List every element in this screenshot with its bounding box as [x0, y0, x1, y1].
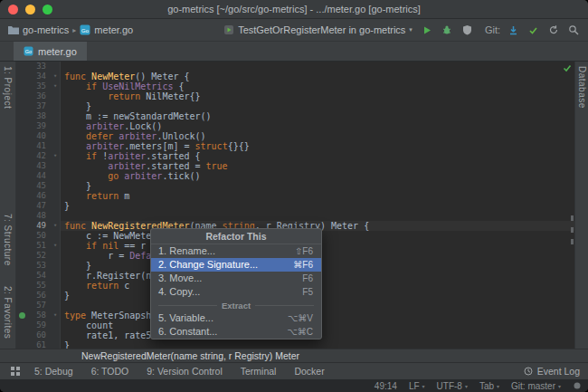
- line-number[interactable]: 53: [16, 261, 51, 271]
- code-text[interactable]: [61, 211, 574, 221]
- inspections-ok-icon[interactable]: [563, 63, 572, 74]
- line-number[interactable]: 41: [16, 141, 51, 151]
- line-number[interactable]: 37: [16, 101, 51, 111]
- code-text[interactable]: return NilMeter{}: [61, 91, 574, 101]
- implementation-marker-icon[interactable]: [19, 312, 25, 319]
- code-line[interactable]: 61}: [16, 340, 574, 349]
- line-number[interactable]: 61: [16, 340, 51, 349]
- line-number[interactable]: 52: [16, 251, 51, 261]
- line-number[interactable]: 55: [16, 281, 51, 291]
- line-number[interactable]: 54: [16, 271, 51, 281]
- code-line[interactable]: 38 m := newStandardMeter(): [16, 111, 574, 121]
- coverage-button[interactable]: [460, 24, 474, 37]
- code-line[interactable]: 33: [16, 62, 574, 72]
- debug-button[interactable]: [441, 24, 454, 37]
- code-line[interactable]: 45 }: [16, 181, 574, 191]
- git-commit-button[interactable]: [526, 24, 540, 37]
- code-text[interactable]: }: [61, 101, 574, 111]
- code-text[interactable]: func NewMeter() Meter {: [61, 72, 574, 81]
- line-number[interactable]: 48: [16, 211, 51, 221]
- close-window-button[interactable]: [8, 5, 18, 14]
- code-line[interactable]: 36 return NilMeter{}: [16, 91, 574, 101]
- line-number[interactable]: 57: [16, 301, 51, 311]
- code-line[interactable]: 42▾ if !arbiter.started {: [16, 151, 574, 161]
- code-line[interactable]: 43 arbiter.started = true: [16, 161, 574, 171]
- line-number[interactable]: 59: [16, 320, 51, 330]
- line-number[interactable]: 42: [16, 151, 51, 161]
- line-number[interactable]: 44: [16, 171, 51, 181]
- code-line[interactable]: 44 go arbiter.tick(): [16, 171, 574, 181]
- git-update-button[interactable]: [507, 24, 520, 37]
- line-number[interactable]: 34: [16, 72, 51, 81]
- code-text[interactable]: if !arbiter.started {: [61, 151, 574, 161]
- code-line[interactable]: 46 return m: [16, 191, 574, 201]
- line-number[interactable]: 58: [16, 311, 51, 320]
- line-number[interactable]: 50: [16, 231, 51, 241]
- code-text[interactable]: m := newStandardMeter(): [61, 111, 574, 121]
- code-text[interactable]: go arbiter.tick(): [61, 171, 574, 181]
- code-text[interactable]: arbiter.started = true: [61, 161, 574, 171]
- refactor-menu-item[interactable]: 1. Rename...⇧F6: [151, 244, 321, 258]
- refactor-menu-item[interactable]: 4. Copy...F5: [151, 285, 321, 299]
- line-number[interactable]: 47: [16, 201, 51, 211]
- rollback-button[interactable]: [546, 24, 560, 37]
- tool-window-button[interactable]: 2: Favorites: [3, 286, 13, 339]
- fold-marker[interactable]: ▾: [51, 241, 61, 251]
- code-line[interactable]: 37 }: [16, 101, 574, 111]
- minimize-window-button[interactable]: [25, 5, 35, 14]
- code-text[interactable]: [61, 62, 574, 72]
- event-log-button[interactable]: Event Log: [524, 366, 580, 377]
- line-number[interactable]: 40: [16, 131, 51, 141]
- refactor-menu-item[interactable]: 6. Constant...⌥⌘C: [151, 325, 321, 339]
- run-button[interactable]: [421, 24, 434, 37]
- line-number[interactable]: 45: [16, 181, 51, 191]
- status-widget[interactable]: LF▾: [409, 381, 425, 391]
- code-text[interactable]: return m: [61, 191, 574, 201]
- refactor-menu-item[interactable]: 3. Move...F6: [151, 272, 321, 285]
- code-text[interactable]: }: [61, 340, 574, 349]
- refactor-menu-item[interactable]: 5. Variable...⌥⌘V: [151, 311, 321, 325]
- tool-window-button[interactable]: 6: TODO: [91, 366, 129, 377]
- code-text[interactable]: }: [61, 181, 574, 191]
- tab-meter-go[interactable]: Go meter.go: [14, 42, 87, 61]
- fold-marker[interactable]: ▾: [51, 221, 61, 231]
- tool-window-button[interactable]: 7: Structure: [3, 214, 13, 266]
- status-widget[interactable]: Tab▾: [479, 381, 499, 391]
- breadcrumb-project[interactable]: go-metrics: [23, 24, 69, 35]
- status-widget[interactable]: Git: master▾: [511, 381, 561, 391]
- breadcrumb-file[interactable]: meter.go: [94, 24, 133, 35]
- line-number[interactable]: 43: [16, 161, 51, 171]
- status-widget[interactable]: UTF-8▾: [437, 381, 468, 391]
- status-widget[interactable]: 49:14: [375, 381, 397, 391]
- code-text[interactable]: if UseNilMetrics {: [61, 81, 574, 91]
- code-line[interactable]: 41 arbiter.meters[m] = struct{}{}: [16, 141, 574, 151]
- code-text[interactable]: arbiter.meters[m] = struct{}{}: [61, 141, 574, 151]
- toolwindow-switcher-icon[interactable]: [8, 365, 22, 378]
- line-number[interactable]: 33: [16, 62, 51, 72]
- fullscreen-window-button[interactable]: [43, 5, 52, 14]
- tool-window-button[interactable]: Docker: [294, 366, 324, 377]
- code-line[interactable]: 40 defer arbiter.Unlock(): [16, 131, 574, 141]
- code-text[interactable]: arbiter.Lock(): [61, 121, 574, 131]
- code-text[interactable]: }: [61, 201, 574, 211]
- code-line[interactable]: 34▾func NewMeter() Meter {: [16, 72, 574, 81]
- run-config-selector[interactable]: TestGetOrRegisterMeter in go-metrics ▾: [223, 24, 413, 35]
- line-number[interactable]: 49: [16, 221, 51, 231]
- code-line[interactable]: 39 arbiter.Lock(): [16, 121, 574, 131]
- fold-marker[interactable]: ▾: [51, 81, 61, 91]
- line-number[interactable]: 56: [16, 291, 51, 301]
- code-text[interactable]: defer arbiter.Unlock(): [61, 131, 574, 141]
- tool-window-button[interactable]: 5: Debug: [34, 366, 73, 377]
- search-everywhere-button[interactable]: [566, 24, 580, 37]
- fold-marker[interactable]: ▾: [51, 72, 61, 81]
- line-number[interactable]: 36: [16, 91, 51, 101]
- line-number[interactable]: 35: [16, 81, 51, 91]
- line-number[interactable]: 38: [16, 111, 51, 121]
- code-line[interactable]: 48: [16, 211, 574, 221]
- fold-marker[interactable]: ▾: [51, 311, 61, 320]
- tool-window-button[interactable]: Terminal: [241, 366, 277, 377]
- tool-window-button[interactable]: 1: Project: [3, 66, 13, 109]
- line-number[interactable]: 51: [16, 241, 51, 251]
- fold-marker[interactable]: ▾: [51, 151, 61, 161]
- line-number[interactable]: 60: [16, 330, 51, 340]
